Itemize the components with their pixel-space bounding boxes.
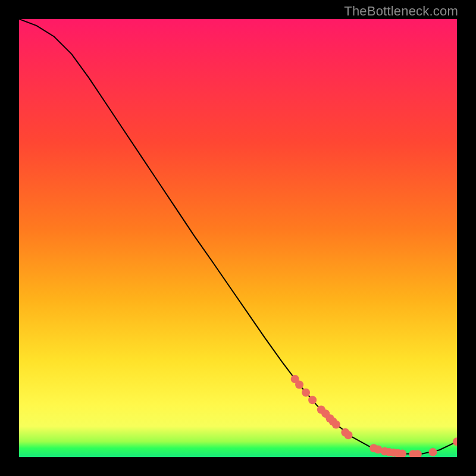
plot-area	[19, 19, 457, 457]
curve-marker	[295, 381, 303, 389]
curve-marker	[429, 448, 437, 456]
curve-marker	[344, 431, 352, 439]
chart-svg	[19, 19, 457, 457]
curve-marker	[308, 396, 317, 404]
chart-stage: TheBottleneck.com	[0, 0, 476, 476]
curve-marker	[453, 437, 457, 446]
curve-marker	[332, 421, 340, 429]
curve-marker	[302, 389, 310, 397]
curve-line	[19, 19, 457, 454]
curve-markers	[291, 375, 457, 457]
watermark-text: TheBottleneck.com	[344, 4, 458, 19]
